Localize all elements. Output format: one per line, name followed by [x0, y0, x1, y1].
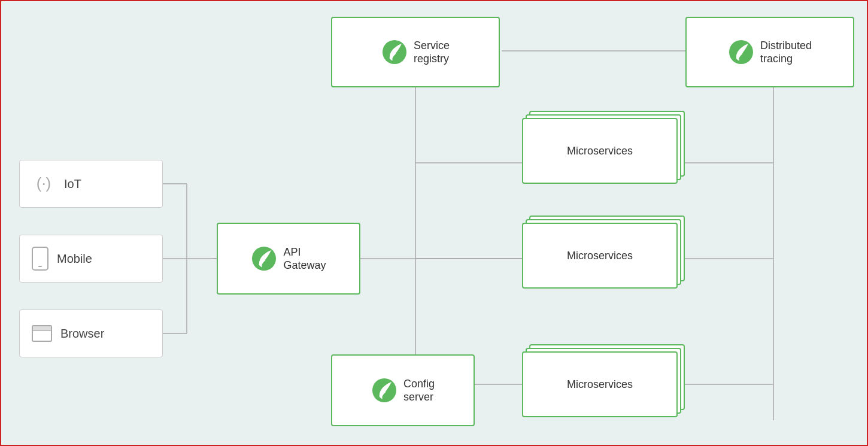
mobile-icon [32, 247, 48, 271]
browser-icon [32, 325, 52, 342]
iot-label: IoT [64, 177, 81, 191]
api-gateway-label: API Gateway [283, 245, 326, 272]
browser-client-box: Browser [19, 310, 163, 357]
mobile-label: Mobile [57, 252, 92, 266]
microservices-top: Microservices [522, 118, 678, 184]
mobile-client-box: Mobile [19, 235, 163, 283]
distributed-tracing-label: Distributed tracing [760, 39, 812, 66]
svg-text:(·): (·) [37, 174, 51, 192]
spring-leaf-icon-2 [728, 39, 754, 65]
canvas: Service registry Distributed tracing API… [1, 1, 868, 446]
iot-client-box: (·) IoT [19, 160, 163, 208]
card-front-b: Microservices [522, 223, 678, 289]
service-registry-label: Service registry [414, 39, 450, 66]
browser-label: Browser [60, 327, 104, 341]
spring-leaf-icon-3 [251, 245, 277, 272]
spring-leaf-icon [381, 39, 408, 65]
microservices-mid-label: Microservices [567, 249, 633, 263]
iot-icon: (·) [32, 172, 56, 196]
card-front: Microservices [522, 118, 678, 184]
microservices-top-label: Microservices [567, 144, 633, 158]
card-front-c: Microservices [522, 351, 678, 417]
microservices-bot-label: Microservices [567, 378, 633, 392]
config-server-label: Config server [403, 377, 435, 404]
api-gateway-box: API Gateway [217, 223, 360, 295]
spring-leaf-icon-4 [371, 377, 397, 403]
microservices-bot: Microservices [522, 351, 678, 417]
config-server-box: Config server [331, 354, 475, 426]
service-registry-box: Service registry [331, 17, 500, 87]
microservices-mid: Microservices [522, 223, 678, 289]
distributed-tracing-box: Distributed tracing [685, 17, 854, 87]
